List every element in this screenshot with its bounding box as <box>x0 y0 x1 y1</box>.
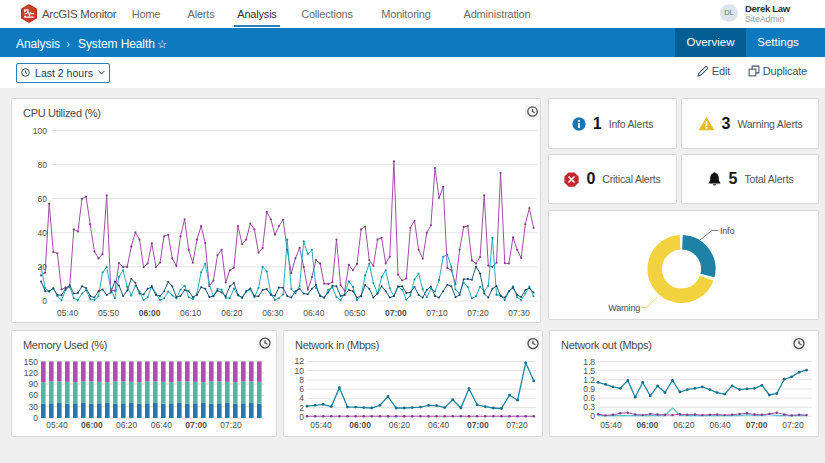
svg-text:12: 12 <box>295 356 305 366</box>
svg-text:05:40: 05:40 <box>46 420 68 430</box>
svg-text:07:10: 07:10 <box>426 308 448 318</box>
svg-text:05:40: 05:40 <box>600 420 622 430</box>
svg-text:Info: Info <box>720 226 734 236</box>
svg-text:05:40: 05:40 <box>57 308 79 318</box>
svg-text:60: 60 <box>29 390 39 400</box>
svg-text:0: 0 <box>299 412 304 422</box>
svg-text:06:00: 06:00 <box>349 420 371 430</box>
svg-text:0: 0 <box>590 411 595 421</box>
svg-text:8: 8 <box>299 375 304 385</box>
svg-text:1.2: 1.2 <box>583 375 595 385</box>
svg-text:0.6: 0.6 <box>583 393 595 403</box>
svg-text:90: 90 <box>29 379 39 389</box>
svg-text:06:40: 06:40 <box>151 420 173 430</box>
svg-text:05:40: 05:40 <box>310 420 332 430</box>
svg-text:07:00: 07:00 <box>185 420 207 430</box>
svg-text:06:00: 06:00 <box>139 308 161 318</box>
svg-text:05:50: 05:50 <box>98 308 120 318</box>
svg-text:06:40: 06:40 <box>710 420 732 430</box>
svg-text:07:00: 07:00 <box>746 420 768 430</box>
svg-text:120: 120 <box>24 368 38 378</box>
svg-text:06:20: 06:20 <box>389 420 411 430</box>
svg-text:07:20: 07:20 <box>467 308 489 318</box>
svg-text:06:20: 06:20 <box>673 420 695 430</box>
svg-text:40: 40 <box>38 228 48 238</box>
svg-text:06:00: 06:00 <box>637 420 659 430</box>
svg-text:07:20: 07:20 <box>220 420 242 430</box>
svg-text:30: 30 <box>29 402 39 412</box>
svg-text:150: 150 <box>24 357 38 367</box>
svg-text:07:00: 07:00 <box>467 420 489 430</box>
svg-text:2: 2 <box>299 403 304 413</box>
svg-text:07:00: 07:00 <box>385 308 407 318</box>
svg-text:6: 6 <box>299 384 304 394</box>
svg-text:100: 100 <box>33 126 47 136</box>
svg-text:06:00: 06:00 <box>81 420 103 430</box>
svg-text:10: 10 <box>295 366 305 376</box>
svg-text:4: 4 <box>299 393 304 403</box>
svg-text:06:20: 06:20 <box>116 420 138 430</box>
svg-text:0.3: 0.3 <box>583 402 595 412</box>
svg-text:0: 0 <box>42 296 47 306</box>
svg-text:06:10: 06:10 <box>180 308 202 318</box>
svg-text:06:40: 06:40 <box>428 420 450 430</box>
svg-text:06:20: 06:20 <box>221 308 243 318</box>
svg-text:1.5: 1.5 <box>583 366 595 376</box>
svg-text:06:40: 06:40 <box>303 308 325 318</box>
svg-text:60: 60 <box>38 194 48 204</box>
svg-text:07:20: 07:20 <box>782 420 804 430</box>
svg-text:0.9: 0.9 <box>583 384 595 394</box>
svg-text:06:50: 06:50 <box>344 308 366 318</box>
svg-text:07:20: 07:20 <box>506 420 528 430</box>
svg-text:07:30: 07:30 <box>508 308 530 318</box>
svg-text:Warning: Warning <box>608 303 640 313</box>
svg-text:0: 0 <box>33 413 38 423</box>
svg-text:1.8: 1.8 <box>583 357 595 367</box>
svg-text:06:30: 06:30 <box>262 308 284 318</box>
svg-text:80: 80 <box>38 160 48 170</box>
